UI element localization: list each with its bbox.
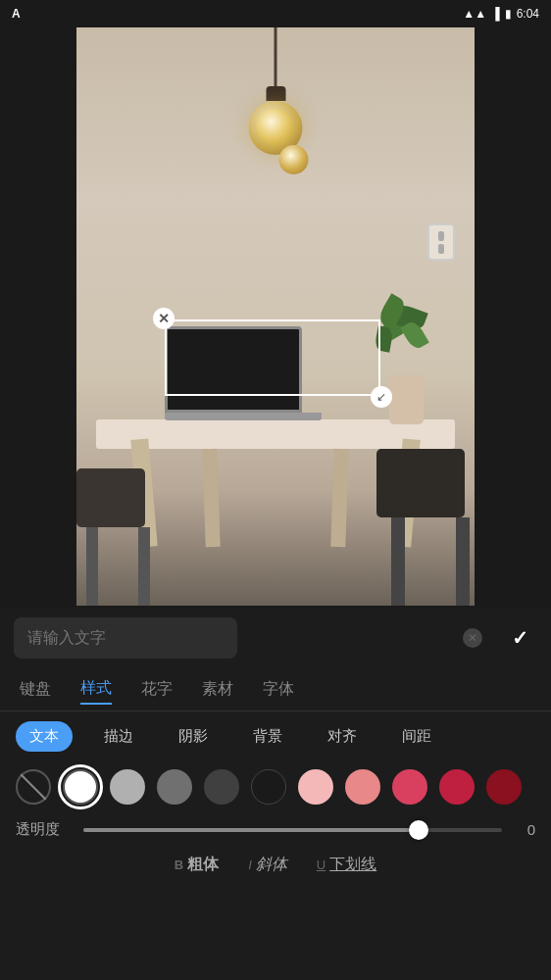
selection-close-button[interactable]: ✕ xyxy=(153,308,175,329)
underline-label: 下划线 xyxy=(329,855,376,875)
style-text-button[interactable]: 文本 xyxy=(16,721,73,752)
battery-icon: ▮ xyxy=(505,7,512,21)
opacity-row: 透明度 0 xyxy=(0,812,551,847)
canvas-area[interactable]: ✕ ↙ xyxy=(76,27,475,606)
format-underline-button[interactable]: U 下划线 xyxy=(317,855,376,875)
color-lightpink-swatch[interactable] xyxy=(298,769,333,805)
color-black-swatch[interactable] xyxy=(251,769,286,805)
opacity-label: 透明度 xyxy=(16,820,70,839)
lamp xyxy=(249,27,303,174)
text-input-row: ✕ xyxy=(0,608,551,668)
opacity-slider[interactable] xyxy=(83,828,502,832)
format-bold-button[interactable]: B 粗体 xyxy=(175,855,219,875)
italic-prefix-icon: I xyxy=(248,858,252,872)
color-white-swatch[interactable] xyxy=(63,769,98,805)
status-bar: A ▲▲ ▐ ▮ 6:04 xyxy=(0,0,551,27)
format-row: B 粗体 I 斜体 U 下划线 xyxy=(0,847,551,883)
tab-material[interactable]: 素材 xyxy=(202,675,233,704)
color-darkgray-swatch[interactable] xyxy=(204,769,239,805)
color-gray-swatch[interactable] xyxy=(157,769,192,805)
bold-label: 粗体 xyxy=(187,855,219,875)
status-time: 6:04 xyxy=(517,7,539,21)
color-palette xyxy=(0,761,551,812)
chair-right xyxy=(376,410,475,606)
chair-left xyxy=(76,429,155,606)
style-background-button[interactable]: 背景 xyxy=(239,721,296,752)
underline-prefix-icon: U xyxy=(317,858,326,872)
confirm-button[interactable] xyxy=(502,620,537,656)
tab-row: 键盘 样式 花字 素材 字体 xyxy=(0,668,551,711)
opacity-value: 0 xyxy=(516,821,535,838)
color-red-swatch[interactable] xyxy=(439,769,475,805)
color-pink-swatch[interactable] xyxy=(345,769,380,805)
color-rose-swatch[interactable] xyxy=(392,769,427,805)
signal-icon: ▐ xyxy=(491,7,500,21)
tab-keyboard[interactable]: 键盘 xyxy=(20,675,51,704)
selection-resize-handle[interactable]: ↙ xyxy=(371,386,392,408)
text-selection-box[interactable]: ✕ ↙ xyxy=(165,319,380,396)
tab-font[interactable]: 字体 xyxy=(263,675,294,704)
style-shadow-button[interactable]: 阴影 xyxy=(165,721,222,752)
format-italic-button[interactable]: I 斜体 xyxy=(248,855,287,875)
wall-outlet xyxy=(427,223,455,261)
text-input[interactable] xyxy=(14,617,237,659)
tab-style[interactable]: 样式 xyxy=(80,674,112,705)
color-none-swatch[interactable] xyxy=(16,769,51,805)
style-spacing-button[interactable]: 间距 xyxy=(388,721,445,752)
text-input-wrapper: ✕ xyxy=(14,617,492,659)
photo-background: ✕ ↙ xyxy=(76,27,475,606)
input-clear-button[interactable]: ✕ xyxy=(463,628,482,648)
italic-label: 斜体 xyxy=(256,855,287,875)
bottom-panel: ✕ 键盘 样式 花字 素材 字体 文本 描边 阴影 背景 对齐 间距 透明度 xyxy=(0,608,551,980)
color-lightgray-swatch[interactable] xyxy=(110,769,145,805)
status-app-icon: A xyxy=(12,7,21,21)
opacity-thumb[interactable] xyxy=(409,820,428,840)
style-align-button[interactable]: 对齐 xyxy=(314,721,371,752)
color-darkred-swatch[interactable] xyxy=(486,769,522,805)
bold-prefix-icon: B xyxy=(175,858,183,872)
style-stroke-button[interactable]: 描边 xyxy=(90,721,147,752)
style-subtab-row: 文本 描边 阴影 背景 对齐 间距 xyxy=(0,711,551,761)
status-right: ▲▲ ▐ ▮ 6:04 xyxy=(463,7,539,21)
wifi-icon: ▲▲ xyxy=(463,7,486,21)
tab-fancy[interactable]: 花字 xyxy=(141,675,173,704)
